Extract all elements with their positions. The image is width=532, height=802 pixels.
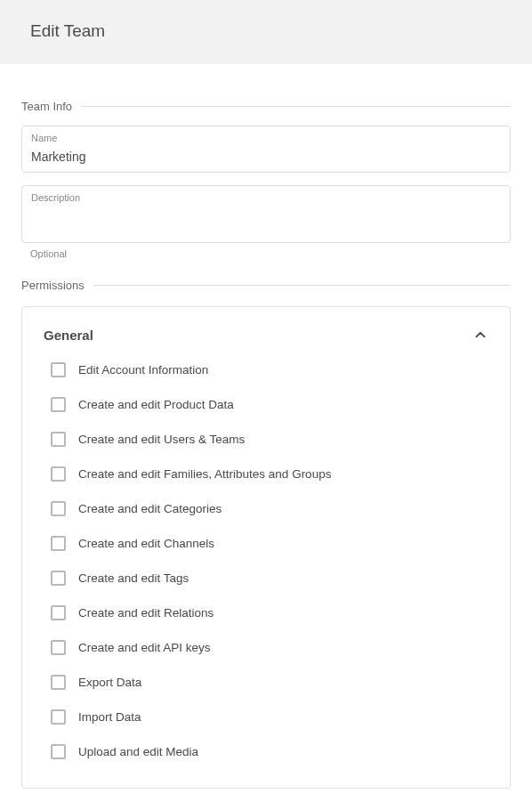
section-divider — [81, 106, 511, 107]
permission-item[interactable]: Create and edit Product Data — [51, 397, 488, 412]
permission-label[interactable]: Create and edit Families, Attributes and… — [78, 467, 331, 481]
section-team-info-header: Team Info — [21, 100, 511, 113]
permission-checkbox[interactable] — [51, 640, 66, 655]
permission-item[interactable]: Create and edit Users & Teams — [51, 432, 488, 447]
permission-label[interactable]: Export Data — [78, 676, 141, 689]
section-permissions-label: Permissions — [21, 279, 85, 292]
permission-checkbox[interactable] — [51, 709, 66, 725]
chevron-up-icon — [472, 327, 488, 343]
permission-label[interactable]: Import Data — [78, 710, 141, 724]
permission-checkbox[interactable] — [51, 605, 66, 620]
permission-label[interactable]: Create and edit Product Data — [78, 398, 234, 411]
permissions-panel-title: General — [44, 328, 93, 343]
name-field-label: Name — [31, 133, 501, 144]
permission-item[interactable]: Create and edit Categories — [51, 501, 488, 516]
permissions-panel-header[interactable]: General — [44, 327, 488, 343]
permission-checkbox[interactable] — [51, 466, 66, 482]
permission-label[interactable]: Create and edit Categories — [78, 502, 222, 515]
content-area: Team Info Name Description Optional Perm… — [0, 64, 532, 789]
permission-item[interactable]: Import Data — [51, 709, 488, 725]
permission-checkbox[interactable] — [51, 397, 66, 412]
name-input[interactable] — [31, 148, 501, 166]
permission-item[interactable]: Export Data — [51, 675, 488, 690]
permission-label[interactable]: Create and edit Relations — [78, 606, 214, 620]
permission-label[interactable]: Create and edit Channels — [78, 537, 214, 550]
permission-item[interactable]: Upload and edit Media — [51, 744, 488, 759]
permission-item[interactable]: Create and edit API keys — [51, 640, 488, 655]
description-field-label: Description — [31, 192, 501, 204]
name-field-wrapper[interactable]: Name — [21, 126, 511, 173]
description-field-wrapper[interactable]: Description — [21, 185, 511, 243]
permission-item[interactable]: Create and edit Families, Attributes and… — [51, 466, 488, 482]
permission-item[interactable]: Create and edit Relations — [51, 605, 488, 620]
permissions-list: Edit Account InformationCreate and edit … — [44, 362, 488, 759]
page-header: Edit Team — [0, 0, 532, 64]
permission-checkbox[interactable] — [51, 571, 66, 586]
permission-checkbox[interactable] — [51, 536, 66, 551]
permission-label[interactable]: Create and edit Tags — [78, 571, 189, 585]
permission-label[interactable]: Edit Account Information — [78, 363, 208, 377]
permission-item[interactable]: Edit Account Information — [51, 362, 488, 377]
permission-checkbox[interactable] — [51, 362, 66, 377]
section-team-info-label: Team Info — [21, 100, 72, 113]
permission-checkbox[interactable] — [51, 501, 66, 516]
permission-label[interactable]: Create and edit Users & Teams — [78, 433, 245, 446]
permission-item[interactable]: Create and edit Channels — [51, 536, 488, 551]
permission-label[interactable]: Upload and edit Media — [78, 745, 198, 758]
permission-checkbox[interactable] — [51, 744, 66, 759]
permission-checkbox[interactable] — [51, 432, 66, 447]
permission-item[interactable]: Create and edit Tags — [51, 571, 488, 586]
permission-checkbox[interactable] — [51, 675, 66, 690]
description-helper: Optional — [30, 248, 511, 259]
section-divider — [93, 285, 511, 286]
page-title: Edit Team — [30, 21, 502, 41]
section-permissions-header: Permissions — [21, 279, 511, 292]
description-input[interactable] — [31, 207, 501, 232]
permission-label[interactable]: Create and edit API keys — [78, 641, 211, 654]
permissions-panel: General Edit Account InformationCreate a… — [21, 306, 511, 789]
